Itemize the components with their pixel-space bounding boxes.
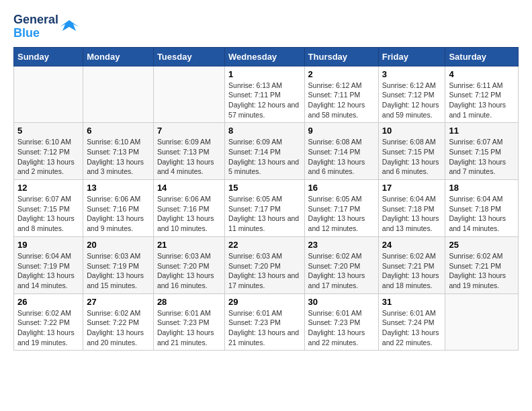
header-cell-monday: Monday (83, 47, 154, 66)
day-info: Sunrise: 6:09 AMSunset: 7:14 PMDaylight:… (228, 137, 300, 177)
day-cell: 25Sunrise: 6:02 AMSunset: 7:21 PMDayligh… (445, 236, 519, 293)
day-cell: 20Sunrise: 6:03 AMSunset: 7:19 PMDayligh… (83, 236, 154, 293)
day-cell: 19Sunrise: 6:04 AMSunset: 7:19 PMDayligh… (14, 236, 83, 293)
day-number: 3 (382, 69, 442, 79)
day-info: Sunrise: 6:01 AMSunset: 7:23 PMDaylight:… (157, 308, 221, 348)
day-cell: 1Sunrise: 6:13 AMSunset: 7:11 PMDaylight… (225, 66, 304, 123)
day-cell: 18Sunrise: 6:04 AMSunset: 7:18 PMDayligh… (445, 180, 519, 237)
day-cell: 3Sunrise: 6:12 AMSunset: 7:12 PMDaylight… (378, 66, 445, 123)
day-info: Sunrise: 6:09 AMSunset: 7:13 PMDaylight:… (157, 137, 221, 177)
day-cell: 16Sunrise: 6:05 AMSunset: 7:17 PMDayligh… (304, 180, 378, 237)
day-info: Sunrise: 6:04 AMSunset: 7:18 PMDaylight:… (382, 194, 442, 234)
day-number: 31 (382, 297, 442, 307)
day-info: Sunrise: 6:06 AMSunset: 7:16 PMDaylight:… (87, 194, 150, 234)
day-number: 10 (382, 126, 442, 136)
day-number: 24 (382, 240, 442, 250)
day-cell: 4Sunrise: 6:11 AMSunset: 7:12 PMDaylight… (445, 66, 519, 123)
day-number: 19 (17, 240, 79, 250)
day-cell: 17Sunrise: 6:04 AMSunset: 7:18 PMDayligh… (378, 180, 445, 237)
day-number: 16 (308, 183, 375, 193)
header-row: SundayMondayTuesdayWednesdayThursdayFrid… (14, 47, 519, 66)
day-number: 25 (449, 240, 515, 250)
day-cell: 6Sunrise: 6:10 AMSunset: 7:13 PMDaylight… (83, 123, 154, 180)
day-info: Sunrise: 6:12 AMSunset: 7:12 PMDaylight:… (382, 81, 442, 120)
day-number: 28 (157, 297, 221, 307)
day-cell: 14Sunrise: 6:06 AMSunset: 7:16 PMDayligh… (153, 180, 224, 237)
day-info: Sunrise: 6:02 AMSunset: 7:22 PMDaylight:… (87, 308, 150, 348)
day-info: Sunrise: 6:06 AMSunset: 7:16 PMDaylight:… (157, 194, 221, 234)
day-number: 8 (228, 126, 300, 136)
day-info: Sunrise: 6:10 AMSunset: 7:12 PMDaylight:… (17, 137, 79, 177)
day-info: Sunrise: 6:03 AMSunset: 7:20 PMDaylight:… (228, 251, 300, 291)
day-number: 12 (17, 183, 79, 193)
week-row-4: 19Sunrise: 6:04 AMSunset: 7:19 PMDayligh… (14, 236, 519, 293)
day-number: 2 (308, 69, 375, 79)
week-row-3: 12Sunrise: 6:07 AMSunset: 7:15 PMDayligh… (14, 180, 519, 237)
day-info: Sunrise: 6:02 AMSunset: 7:21 PMDaylight:… (449, 251, 515, 291)
day-cell: 31Sunrise: 6:01 AMSunset: 7:24 PMDayligh… (378, 293, 445, 351)
day-cell: 13Sunrise: 6:06 AMSunset: 7:16 PMDayligh… (83, 180, 154, 237)
day-number: 23 (308, 240, 375, 250)
day-info: Sunrise: 6:02 AMSunset: 7:20 PMDaylight:… (308, 251, 375, 291)
day-info: Sunrise: 6:04 AMSunset: 7:18 PMDaylight:… (449, 194, 515, 234)
day-cell: 9Sunrise: 6:08 AMSunset: 7:14 PMDaylight… (304, 123, 378, 180)
day-number: 9 (308, 126, 375, 136)
calendar-table: SundayMondayTuesdayWednesdayThursdayFrid… (13, 47, 519, 351)
day-info: Sunrise: 6:03 AMSunset: 7:19 PMDaylight:… (87, 251, 150, 291)
day-info: Sunrise: 6:11 AMSunset: 7:12 PMDaylight:… (449, 81, 515, 120)
header-cell-friday: Friday (378, 47, 445, 66)
day-number: 22 (228, 240, 300, 250)
week-row-2: 5Sunrise: 6:10 AMSunset: 7:12 PMDaylight… (14, 123, 519, 180)
day-number: 1 (228, 69, 300, 79)
day-info: Sunrise: 6:07 AMSunset: 7:15 PMDaylight:… (17, 194, 79, 234)
day-info: Sunrise: 6:01 AMSunset: 7:23 PMDaylight:… (228, 308, 300, 348)
day-info: Sunrise: 6:02 AMSunset: 7:21 PMDaylight:… (382, 251, 442, 291)
day-number: 21 (157, 240, 221, 250)
header-cell-sunday: Sunday (14, 47, 83, 66)
day-number: 26 (17, 297, 79, 307)
day-cell: 23Sunrise: 6:02 AMSunset: 7:20 PMDayligh… (304, 236, 378, 293)
logo: General Blue (13, 13, 79, 40)
day-cell (445, 293, 519, 351)
day-number: 18 (449, 183, 515, 193)
day-cell (153, 66, 224, 123)
day-cell: 30Sunrise: 6:01 AMSunset: 7:23 PMDayligh… (304, 293, 378, 351)
day-cell: 5Sunrise: 6:10 AMSunset: 7:12 PMDaylight… (14, 123, 83, 180)
logo-line1: General (13, 13, 58, 27)
day-info: Sunrise: 6:08 AMSunset: 7:15 PMDaylight:… (382, 137, 442, 177)
day-number: 29 (228, 297, 300, 307)
day-number: 20 (87, 240, 150, 250)
day-cell: 24Sunrise: 6:02 AMSunset: 7:21 PMDayligh… (378, 236, 445, 293)
day-cell (83, 66, 154, 123)
day-cell: 15Sunrise: 6:05 AMSunset: 7:17 PMDayligh… (225, 180, 304, 237)
week-row-5: 26Sunrise: 6:02 AMSunset: 7:22 PMDayligh… (14, 293, 519, 351)
day-info: Sunrise: 6:02 AMSunset: 7:22 PMDaylight:… (17, 308, 79, 348)
day-info: Sunrise: 6:01 AMSunset: 7:24 PMDaylight:… (382, 308, 442, 348)
header-cell-thursday: Thursday (304, 47, 378, 66)
day-number: 30 (308, 297, 375, 307)
day-cell (14, 66, 83, 123)
day-number: 4 (449, 69, 515, 79)
day-info: Sunrise: 6:08 AMSunset: 7:14 PMDaylight:… (308, 137, 375, 177)
logo-container: General Blue (13, 13, 79, 40)
calendar-header: SundayMondayTuesdayWednesdayThursdayFrid… (14, 47, 519, 66)
day-info: Sunrise: 6:04 AMSunset: 7:19 PMDaylight:… (17, 251, 79, 291)
day-cell: 26Sunrise: 6:02 AMSunset: 7:22 PMDayligh… (14, 293, 83, 351)
day-cell: 22Sunrise: 6:03 AMSunset: 7:20 PMDayligh… (225, 236, 304, 293)
day-cell: 12Sunrise: 6:07 AMSunset: 7:15 PMDayligh… (14, 180, 83, 237)
day-number: 5 (17, 126, 79, 136)
day-cell: 27Sunrise: 6:02 AMSunset: 7:22 PMDayligh… (83, 293, 154, 351)
header-cell-wednesday: Wednesday (225, 47, 304, 66)
day-cell: 7Sunrise: 6:09 AMSunset: 7:13 PMDaylight… (153, 123, 224, 180)
page-header: General Blue (13, 13, 519, 40)
day-number: 6 (87, 126, 150, 136)
day-number: 17 (382, 183, 442, 193)
day-number: 11 (449, 126, 515, 136)
logo-line2: Blue (13, 27, 58, 40)
day-number: 27 (87, 297, 150, 307)
day-cell: 2Sunrise: 6:12 AMSunset: 7:11 PMDaylight… (304, 66, 378, 123)
header-cell-saturday: Saturday (445, 47, 519, 66)
day-info: Sunrise: 6:13 AMSunset: 7:11 PMDaylight:… (228, 81, 300, 120)
day-number: 7 (157, 126, 221, 136)
day-cell: 29Sunrise: 6:01 AMSunset: 7:23 PMDayligh… (225, 293, 304, 351)
